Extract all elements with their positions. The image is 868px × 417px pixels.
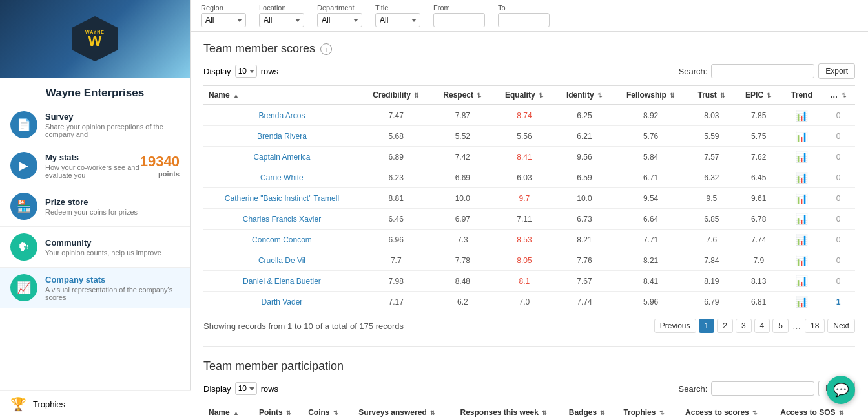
page-18-button[interactable]: 18	[805, 319, 825, 333]
name-link[interactable]: Daniel & Elena Buetler	[243, 277, 321, 286]
page-3-button[interactable]: 3	[736, 319, 752, 333]
name-link[interactable]: Darth Vader	[262, 297, 303, 306]
row-trend-chart[interactable]: 📊	[782, 230, 822, 250]
sidebar-item-prize-store[interactable]: 🏪 Prize store Redeem your coins for priz…	[0, 186, 190, 227]
name-link[interactable]: Brenda Arcos	[258, 111, 305, 120]
row-trend-chart[interactable]: 📊	[782, 147, 822, 167]
name-link[interactable]: Cruella De Vil	[258, 256, 305, 265]
page-1-button[interactable]: 1	[699, 319, 715, 333]
part-col-surveys[interactable]: Surveys answered ⇅	[347, 403, 448, 418]
col-header-epic[interactable]: EPIC ⇅	[736, 86, 782, 105]
page-5-button[interactable]: 5	[772, 319, 789, 333]
search-input-participation[interactable]	[711, 381, 814, 396]
survey-icon: 📄	[10, 111, 37, 138]
part-col-access-sos[interactable]: Access to SOS ⇅	[769, 403, 855, 418]
col-header-identity[interactable]: Identity ⇅	[555, 86, 614, 105]
table-row: Charles Francis Xavier 6.46 6.97 7.11 6.…	[203, 209, 855, 230]
title-select[interactable]: All	[375, 13, 420, 27]
row-trend-chart[interactable]: 📊	[782, 271, 822, 292]
region-select[interactable]: All	[201, 13, 246, 27]
row-trend-chart[interactable]: 📊	[782, 209, 822, 230]
sidebar-item-company-stats[interactable]: 📈 Company stats A visual representation …	[0, 268, 190, 308]
scores-info-icon[interactable]: i	[320, 43, 332, 55]
row-trend-chart[interactable]: 📊	[782, 188, 822, 209]
rows-suffix-scores: rows	[261, 67, 278, 76]
logo-letter: W	[88, 34, 102, 48]
row-credibility: 8.81	[360, 188, 432, 209]
participation-table: Name ▲ Points ⇅ Coins ⇅ Surveys answered…	[203, 403, 855, 417]
row-respect: 8.48	[432, 271, 494, 292]
sidebar-header: WAYNE W	[0, 0, 190, 78]
col-header-more[interactable]: … ⇅	[822, 86, 855, 105]
trend-chart-icon: 📊	[795, 213, 808, 224]
part-col-responses[interactable]: Responses this week ⇅	[448, 403, 560, 418]
row-trust: 8.19	[688, 271, 736, 292]
name-link[interactable]: Carrie White	[260, 173, 304, 182]
table-row: Darth Vader 7.17 6.2 7.0 7.74 5.96 6.79 …	[203, 292, 855, 312]
sidebar-item-my-stats[interactable]: ▶ My stats How your co-workers see and e…	[0, 145, 190, 186]
name-link[interactable]: Brenda Rivera	[257, 132, 307, 141]
row-epic: 8.13	[736, 271, 782, 292]
part-col-access-scores[interactable]: Access to scores ⇅	[674, 403, 769, 418]
row-trust: 8.03	[688, 105, 736, 126]
row-credibility: 6.46	[360, 209, 432, 230]
next-page-button[interactable]: Next	[827, 319, 855, 333]
row-fellowship: 6.64	[614, 209, 688, 230]
page-2-button[interactable]: 2	[717, 319, 733, 333]
points-value: 19340	[140, 153, 180, 169]
export-button-scores[interactable]: Export	[818, 63, 855, 79]
community-subtitle: Your opinion counts, help us improve	[45, 249, 161, 257]
part-col-trophies[interactable]: Trophies ⇅	[614, 403, 674, 418]
trend-chart-icon: 📊	[795, 275, 808, 286]
display-rows-participation: Display 10 25 50 rows	[203, 382, 278, 395]
title-filter: Title All	[375, 4, 420, 27]
from-filter: From	[433, 4, 485, 27]
location-select[interactable]: All	[259, 13, 304, 27]
row-trend-chart[interactable]: 📊	[782, 105, 822, 126]
name-link[interactable]: Captain America	[253, 153, 310, 162]
row-trend-chart[interactable]: 📊	[782, 250, 822, 271]
row-trend-chart[interactable]: 📊	[782, 126, 822, 147]
trend-chart-icon: 📊	[795, 131, 808, 142]
row-name: Charles Francis Xavier	[203, 209, 360, 230]
row-trend-chart[interactable]: 📊	[782, 292, 822, 312]
scores-section-title: Team member scores i	[203, 42, 855, 56]
part-col-badges[interactable]: Badges ⇅	[560, 403, 614, 418]
search-input-scores[interactable]	[711, 64, 814, 78]
row-respect: 5.52	[432, 126, 494, 147]
name-link[interactable]: Charles Francis Xavier	[243, 215, 321, 224]
sidebar-item-community[interactable]: 🗣 Community Your opinion counts, help us…	[0, 227, 190, 268]
sidebar-item-survey[interactable]: 📄 Survey Share your opinion perceptions …	[0, 105, 190, 145]
page-4-button[interactable]: 4	[754, 319, 770, 333]
table-row: Concom Concom 6.96 7.3 8.53 8.21 7.71 7.…	[203, 230, 855, 250]
from-input[interactable]	[433, 13, 485, 27]
trend-chart-icon: 📊	[795, 193, 808, 204]
part-col-points[interactable]: Points ⇅	[251, 403, 300, 418]
col-header-credibility[interactable]: Credibility ⇅	[360, 86, 432, 105]
survey-subtitle: Share your opinion perceptions of the co…	[45, 123, 180, 138]
department-select[interactable]: All	[317, 13, 362, 27]
part-col-name: Name ▲	[203, 403, 251, 418]
prev-page-button[interactable]: Previous	[654, 319, 696, 333]
name-link[interactable]: Concom Concom	[252, 235, 312, 244]
chat-bubble[interactable]: 💬	[827, 376, 855, 404]
row-respect: 6.97	[432, 209, 494, 230]
row-credibility: 7.17	[360, 292, 432, 312]
sidebar-item-trophies[interactable]: 🏆 Trophies	[0, 390, 191, 417]
col-header-equality[interactable]: Equality ⇅	[493, 86, 555, 105]
col-header-fellowship[interactable]: Fellowship ⇅	[614, 86, 688, 105]
row-trend-chart[interactable]: 📊	[782, 167, 822, 188]
rows-select-scores[interactable]: 10 25 50	[235, 65, 257, 78]
name-link[interactable]: Catherine "Basic Instinct" Tramell	[225, 194, 339, 203]
survey-title: Survey	[45, 112, 180, 122]
to-input[interactable]	[498, 13, 550, 27]
rows-select-participation[interactable]: 10 25 50	[235, 382, 257, 395]
part-col-coins[interactable]: Coins ⇅	[300, 403, 347, 418]
trend-chart-icon: 📊	[795, 151, 808, 162]
row-trust: 6.85	[688, 209, 736, 230]
col-header-trend[interactable]: Trend	[782, 86, 822, 105]
row-epic: 6.81	[736, 292, 782, 312]
row-fellowship: 8.92	[614, 105, 688, 126]
col-header-trust[interactable]: Trust ⇅	[688, 86, 736, 105]
col-header-respect[interactable]: Respect ⇅	[432, 86, 494, 105]
